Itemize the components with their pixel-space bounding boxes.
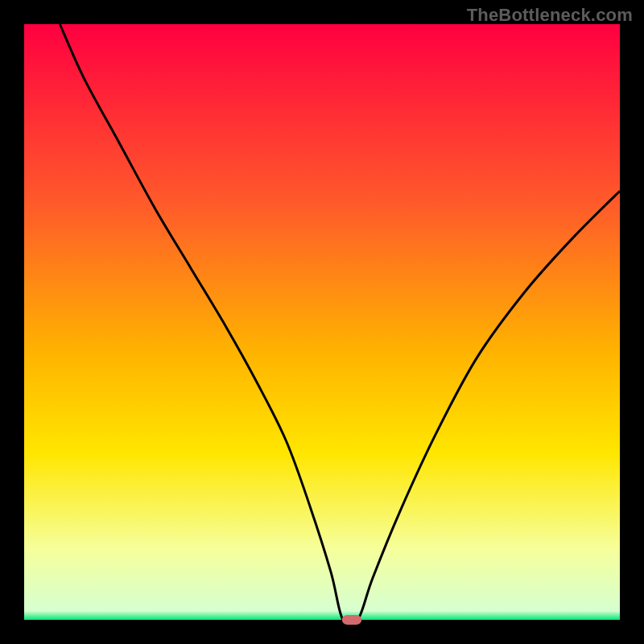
plot-background [24, 24, 620, 620]
minimum-marker [342, 615, 361, 625]
chart-frame: TheBottleneck.com [0, 0, 644, 644]
watermark-text: TheBottleneck.com [467, 5, 633, 26]
bottleneck-chart [0, 0, 644, 644]
